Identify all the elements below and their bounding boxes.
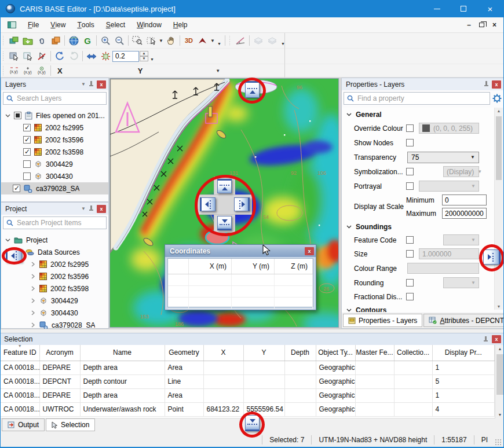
select-by-rect-button[interactable]	[7, 50, 21, 63]
layer-row-fs2995[interactable]: 2002 fs2995	[1, 122, 108, 134]
google-earth-button[interactable]: G	[81, 34, 94, 47]
resize-grip[interactable]	[495, 439, 502, 446]
flash-location-button[interactable]	[98, 50, 112, 63]
show-nodes-checkbox[interactable]	[406, 139, 414, 146]
expand-down-button[interactable]	[245, 415, 260, 431]
project-search[interactable]	[3, 216, 107, 229]
xy-add-icon[interactable]: (x,y)	[21, 64, 35, 77]
layer-row-3004430[interactable]: 3004430	[1, 170, 108, 182]
layers-pin-icon[interactable]	[89, 80, 94, 88]
layer-row-3004429[interactable]: 3004429	[1, 158, 108, 170]
zoom-factor-input[interactable]	[112, 51, 139, 62]
project-row-fs3596[interactable]: 2002 fs3596	[1, 270, 108, 282]
col-y[interactable]: Y	[243, 345, 284, 361]
scroll-down-icon[interactable]: ▼	[497, 304, 501, 309]
zoom-in-button[interactable]	[98, 34, 112, 47]
col-x[interactable]: X	[203, 345, 243, 361]
chevron-down-icon[interactable]	[5, 113, 10, 118]
layer-row-ca379028[interactable]: ca379028_SA	[1, 182, 108, 194]
coordinates-col-x[interactable]: X (m)	[189, 259, 232, 274]
tab-properties-layers[interactable]: Properties - Layers	[343, 314, 422, 327]
root-checkbox[interactable]	[14, 112, 21, 119]
chevron-right-icon[interactable]	[30, 322, 36, 328]
minimum-scale-input[interactable]: 0	[442, 194, 487, 205]
coordinates-col-z[interactable]: Z (m)	[275, 259, 313, 274]
properties-scrollbar[interactable]: ▲ ▼	[494, 108, 503, 310]
project-row-3004429[interactable]: 3004429	[1, 295, 108, 307]
scroll-up-icon[interactable]: ▲	[498, 347, 502, 351]
coordinates-close-icon[interactable]: x	[305, 247, 314, 255]
chevron-right-icon[interactable]	[30, 310, 36, 315]
col-depth[interactable]: Depth	[284, 345, 316, 361]
layer-checkbox[interactable]	[23, 136, 31, 144]
portrayal-checkbox[interactable]	[406, 182, 414, 190]
project-menu-icon[interactable]: ▼	[81, 206, 86, 211]
menu-view[interactable]: View	[45, 17, 71, 32]
measure-angle-button[interactable]	[233, 34, 247, 47]
col-geometry[interactable]: Geometry	[165, 345, 203, 361]
toolbar-grip-4[interactable]	[2, 65, 5, 76]
col-display-priority[interactable]: Display Pr...	[432, 345, 495, 361]
menu-help[interactable]: Help	[167, 17, 193, 32]
layer-checkbox[interactable]	[13, 185, 20, 192]
mdi-child-icon[interactable]	[8, 21, 16, 28]
toolbar2-overflow[interactable]: ▼	[279, 34, 287, 47]
maximize-button[interactable]	[450, 0, 477, 17]
layers-search-input[interactable]	[17, 94, 103, 102]
chevron-right-icon[interactable]	[30, 286, 36, 291]
chevron-right-icon[interactable]	[30, 262, 36, 267]
minimize-button[interactable]	[423, 0, 450, 17]
pan-up-button[interactable]	[217, 179, 232, 193]
layer-checkbox[interactable]	[23, 124, 31, 131]
tab-output[interactable]: Output	[2, 418, 45, 431]
scroll-down-icon[interactable]: ▼	[498, 413, 502, 417]
select-tool-dropdown[interactable]: ▼	[159, 38, 163, 43]
project-row-fs3598[interactable]: 2002 fs3598	[1, 282, 108, 295]
properties-pin-icon[interactable]	[484, 80, 489, 88]
attach-file-button[interactable]	[35, 34, 49, 47]
col-feature-id[interactable]: ▼Feature ID	[1, 345, 39, 361]
selection-pin-icon[interactable]	[483, 336, 488, 343]
fit-width-button[interactable]	[85, 50, 98, 63]
toolbar-grip-3[interactable]	[2, 51, 5, 61]
tab-selection[interactable]: Selection	[46, 418, 95, 431]
table-row[interactable]: CA 00018...DEPCNTDepth contourLineGeogra…	[1, 374, 495, 388]
fractional-checkbox[interactable]	[406, 293, 414, 300]
mdi-minimize-button[interactable]: –	[467, 21, 471, 29]
expand-right-button[interactable]	[483, 249, 501, 265]
size-checkbox[interactable]	[406, 250, 414, 258]
view-3d-button[interactable]: 3D	[182, 34, 196, 47]
copy-files-button[interactable]	[49, 34, 63, 47]
layers-menu-icon[interactable]: ▼	[81, 82, 86, 87]
zoom-to-selection-button[interactable]	[53, 50, 67, 63]
layer-row-fs3596[interactable]: 2002 fs3596	[1, 134, 108, 146]
table-row[interactable]: CA 00018...DEPAREDepth areaAreaGeographi…	[1, 361, 495, 374]
menu-select[interactable]: Select	[100, 17, 131, 32]
zoom-window-button[interactable]	[130, 34, 144, 47]
scrollbar-thumb[interactable]	[496, 354, 503, 395]
layer-row-fs3598[interactable]: 2002 fs3598	[1, 146, 108, 158]
project-row-3004430[interactable]: 3004430	[1, 307, 108, 319]
chevron-right-icon[interactable]	[30, 298, 36, 303]
col-object-type[interactable]: Object Ty...	[316, 345, 355, 361]
col-collection[interactable]: Collectio...	[394, 345, 432, 361]
deselect-button[interactable]	[35, 50, 49, 63]
xy-target-icon[interactable]: (x,y)	[35, 64, 49, 77]
rounding-checkbox[interactable]	[406, 279, 414, 287]
menu-window[interactable]: Window	[131, 17, 167, 32]
pan-left-button[interactable]	[200, 197, 216, 211]
globe-button[interactable]	[67, 34, 81, 47]
coordinate-dropdown[interactable]: ▼	[216, 68, 220, 74]
new-surface-button[interactable]	[7, 34, 21, 47]
menu-tools[interactable]: Tools	[71, 17, 100, 32]
zoom-out-button[interactable]	[112, 34, 126, 47]
pan-up-map-button[interactable]	[245, 81, 260, 98]
col-master-feature[interactable]: Master Fe...	[355, 345, 394, 361]
layer-checkbox[interactable]	[23, 172, 31, 180]
table-row[interactable]: CA 00018...UWTROCUnderwater/awash rockPo…	[1, 402, 495, 416]
project-tree-root[interactable]: Project	[1, 234, 108, 246]
close-button[interactable]: ×	[477, 0, 503, 17]
chevron-right-icon[interactable]	[30, 274, 36, 279]
collapse-left-button[interactable]	[6, 249, 22, 262]
pan-tool-button[interactable]	[164, 34, 178, 47]
